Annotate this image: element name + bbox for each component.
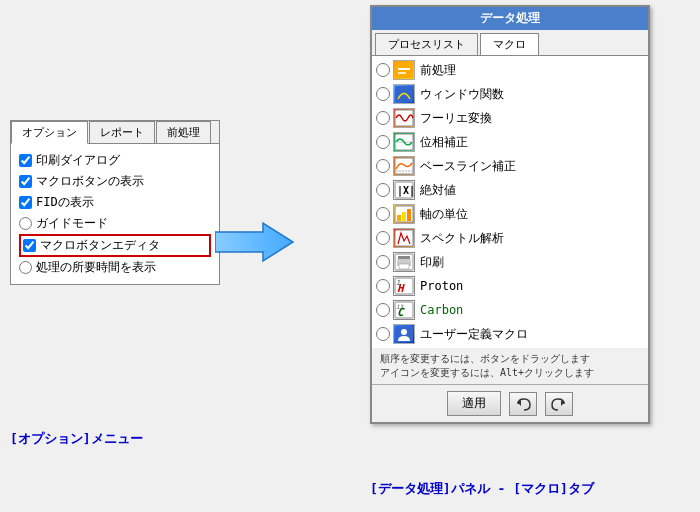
label-spectral: スペクトル解析 <box>420 230 504 247</box>
macro-row-spectral[interactable]: スペクトル解析 <box>372 226 648 250</box>
icon-svg-fourier <box>394 109 414 127</box>
radio-guide-mode[interactable] <box>19 217 32 230</box>
radio-absolute[interactable] <box>376 183 390 197</box>
macro-row-baseline[interactable]: ベースライン補正 <box>372 154 648 178</box>
label-proton: Proton <box>420 279 463 293</box>
radio-user-macro[interactable] <box>376 327 390 341</box>
options-tabs: オプション レポート 前処理 <box>11 121 219 144</box>
tab-report[interactable]: レポート <box>89 121 155 143</box>
radio-window[interactable] <box>376 87 390 101</box>
radio-processing-time[interactable] <box>19 261 32 274</box>
tab-preprocessing[interactable]: 前処理 <box>156 121 211 143</box>
icon-svg-phase <box>394 133 414 151</box>
icon-svg-absolute: |X| <box>394 181 414 199</box>
options-content: 印刷ダイアログ マクロボタンの表示 FIDの表示 ガイドモード マクロボタンエデ… <box>11 144 219 284</box>
checkbox-print-dialog[interactable] <box>19 154 32 167</box>
undo-button[interactable] <box>509 392 537 416</box>
icon-svg-carbon: 13 C <box>394 301 414 319</box>
svg-point-28 <box>401 329 407 335</box>
macro-row-axis[interactable]: 軸の単位 <box>372 202 648 226</box>
icon-fourier <box>393 108 415 128</box>
radio-print[interactable] <box>376 255 390 269</box>
checkbox-macro-button-show[interactable] <box>19 175 32 188</box>
tab-macro[interactable]: マクロ <box>480 33 539 55</box>
icon-svg-spectral <box>394 229 414 247</box>
svg-rect-5 <box>395 110 413 126</box>
label-macro-button-show: マクロボタンの表示 <box>36 173 144 190</box>
icon-proton: 1 H <box>393 276 415 296</box>
icon-preprocess <box>393 60 415 80</box>
label-macro-editor: マクロボタンエディタ <box>40 237 160 254</box>
icon-axis <box>393 204 415 224</box>
icon-print <box>393 252 415 272</box>
tab-process-list[interactable]: プロセスリスト <box>375 33 478 55</box>
label-phase: 位相補正 <box>420 134 468 151</box>
label-baseline: ベースライン補正 <box>420 158 516 175</box>
options-menu-panel: オプション レポート 前処理 印刷ダイアログ マクロボタンの表示 FIDの表示 … <box>10 120 220 285</box>
menu-item-guide-mode[interactable]: ガイドモード <box>19 213 211 234</box>
arrow-indicator <box>215 215 295 273</box>
icon-baseline <box>393 156 415 176</box>
bottom-buttons: 適用 <box>372 384 648 422</box>
macro-list: 前処理 ウィンドウ関数 フーリエ変換 <box>372 56 648 348</box>
macro-row-window[interactable]: ウィンドウ関数 <box>372 82 648 106</box>
icon-svg-window <box>394 85 414 103</box>
radio-spectral[interactable] <box>376 231 390 245</box>
panel-tabs: プロセスリスト マクロ <box>372 30 648 56</box>
svg-marker-0 <box>215 223 293 261</box>
radio-axis[interactable] <box>376 207 390 221</box>
redo-icon <box>551 396 567 412</box>
menu-item-processing-time[interactable]: 処理の所要時間を表示 <box>19 257 211 278</box>
hint-area: 順序を変更するには、ボタンをドラッグします アイコンを変更するには、Alt+クリ… <box>372 348 648 384</box>
radio-fourier[interactable] <box>376 111 390 125</box>
macro-row-absolute[interactable]: |X| 絶対値 <box>372 178 648 202</box>
label-guide-mode: ガイドモード <box>36 215 108 232</box>
label-user-macro: ユーザー定義マクロ <box>420 326 528 343</box>
apply-button[interactable]: 適用 <box>447 391 501 416</box>
icon-window <box>393 84 415 104</box>
svg-text:|X|: |X| <box>397 185 414 197</box>
icon-svg-proton: 1 H <box>394 277 414 295</box>
label-carbon: Carbon <box>420 303 463 317</box>
macro-row-print[interactable]: 印刷 <box>372 250 648 274</box>
svg-rect-15 <box>407 209 411 221</box>
menu-item-macro-editor[interactable]: マクロボタンエディタ <box>19 234 211 257</box>
checkbox-macro-editor[interactable] <box>23 239 36 252</box>
radio-phase[interactable] <box>376 135 390 149</box>
data-processing-panel: データ処理 プロセスリスト マクロ 前処理 <box>370 5 650 424</box>
redo-button[interactable] <box>545 392 573 416</box>
radio-baseline[interactable] <box>376 159 390 173</box>
tab-options[interactable]: オプション <box>11 121 88 144</box>
radio-preprocess[interactable] <box>376 63 390 77</box>
menu-item-print-dialog[interactable]: 印刷ダイアログ <box>19 150 211 171</box>
menu-item-macro-button-show[interactable]: マクロボタンの表示 <box>19 171 211 192</box>
icon-phase <box>393 132 415 152</box>
left-panel-caption: [オプション]メニュー <box>10 430 143 448</box>
icon-carbon: 13 C <box>393 300 415 320</box>
hint-line2: アイコンを変更するには、Alt+クリックします <box>380 366 640 380</box>
macro-row-user-macro[interactable]: ユーザー定義マクロ <box>372 322 648 346</box>
icon-svg-axis <box>394 205 414 223</box>
macro-row-preprocess[interactable]: 前処理 <box>372 58 648 82</box>
radio-carbon[interactable] <box>376 303 390 317</box>
right-panel-caption: [データ処理]パネル - [マクロ]タブ <box>370 480 594 498</box>
label-print: 印刷 <box>420 254 444 271</box>
icon-svg-preprocess <box>394 61 414 79</box>
label-fourier: フーリエ変換 <box>420 110 492 127</box>
svg-rect-14 <box>402 212 406 221</box>
radio-proton[interactable] <box>376 279 390 293</box>
arrow-svg <box>215 215 295 270</box>
label-window: ウィンドウ関数 <box>420 86 504 103</box>
macro-row-proton[interactable]: 1 H Proton <box>372 274 648 298</box>
macro-row-carbon[interactable]: 13 C Carbon <box>372 298 648 322</box>
hint-line1: 順序を変更するには、ボタンをドラッグします <box>380 352 640 366</box>
checkbox-fid-show[interactable] <box>19 196 32 209</box>
macro-row-fourier[interactable]: フーリエ変換 <box>372 106 648 130</box>
icon-user-macro <box>393 324 415 344</box>
svg-rect-20 <box>399 264 409 269</box>
label-fid-show: FIDの表示 <box>36 194 94 211</box>
menu-item-fid-show[interactable]: FIDの表示 <box>19 192 211 213</box>
macro-row-phase[interactable]: 位相補正 <box>372 130 648 154</box>
icon-svg-user-macro <box>394 325 414 343</box>
label-axis: 軸の単位 <box>420 206 468 223</box>
